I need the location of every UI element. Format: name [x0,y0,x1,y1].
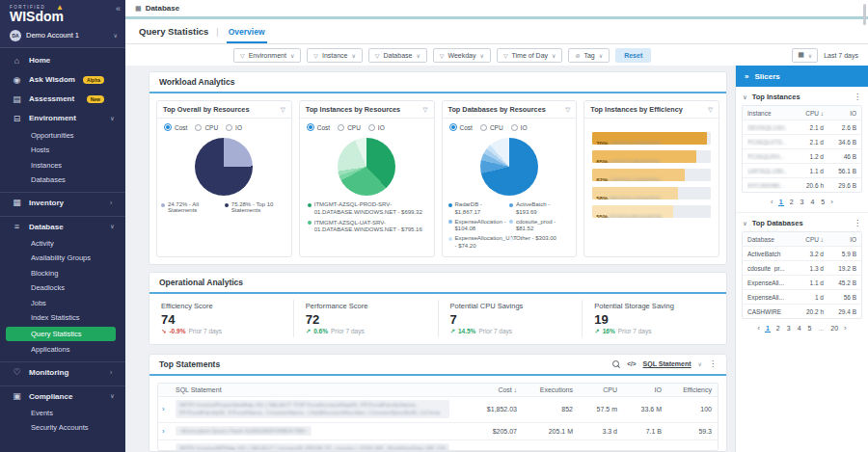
column-io[interactable]: IO [617,386,662,393]
sidebar-item-security-accounts[interactable]: Security Accounts [0,420,125,436]
filter-dropdown[interactable]: ⊘ Tag ∨ [568,48,610,63]
page-number[interactable]: 20 [829,325,839,332]
expand-row-icon[interactable]: › [162,427,176,436]
column-cpu[interactable]: CPU ↓ [787,236,824,243]
page-number[interactable]: 1 [765,325,771,332]
table-row[interactable]: CASHWIRE 20.2 h 29.4 B [743,305,861,318]
column-io[interactable]: IO [824,110,856,117]
filter-dropdown[interactable]: ▽ Database ∨ [368,48,427,63]
sidebar-item-blocking[interactable]: Blocking [0,266,125,281]
filter-icon[interactable]: ▽ [281,106,285,114]
table-row[interactable]: DEVSQL13O... 2.1 d 2.6 B [743,120,861,135]
statement-row[interactable]: › WITH InvoicePropertiesMap AS ( SELECT … [158,397,718,423]
resource-radio[interactable]: CPU [195,123,218,131]
pager-prev-icon[interactable]: ‹ [771,198,773,206]
page-number[interactable]: 3 [786,325,792,332]
column-efficiency[interactable]: Efficiency [662,386,712,393]
sidebar-item-deadlocks[interactable]: Deadlocks [0,280,125,296]
statement-view-dropdown[interactable]: SQL Statement [643,360,692,367]
resource-radio[interactable]: IO [511,123,528,131]
column-database[interactable]: Database [747,236,787,243]
column-io[interactable]: IO [824,236,856,243]
collapse-section-icon[interactable]: ∨ [743,220,747,227]
sidebar-item-inventory[interactable]: ▦ Inventory › [0,192,125,212]
filter-icon[interactable]: ▽ [565,106,570,114]
cpu-value: 1.2 d [787,153,824,160]
filter-dropdown[interactable]: ▽ Instance ∨ [307,48,363,63]
filter-icon[interactable]: ▽ [423,106,428,114]
sidebar-item-query-statistics[interactable]: Query Statistics [6,327,116,342]
date-range-picker[interactable]: ▦ ∨ [792,48,818,63]
filter-dropdown[interactable]: ▽ Environment ∨ [233,48,301,63]
resource-radio[interactable]: IO [226,123,242,131]
sidebar-item-assessment[interactable]: ▤ Assessment New [0,90,125,109]
reset-button[interactable]: Reset [615,48,651,63]
sidebar-item-activity[interactable]: Activity [0,236,125,252]
column-instance[interactable]: Instance [747,110,787,117]
page-number[interactable]: 2 [789,199,795,206]
sidebar-item-jobs[interactable]: Jobs [0,296,125,311]
column-cost[interactable]: Cost ↓ [457,386,517,393]
expand-row-icon[interactable]: › [162,405,176,413]
table-row[interactable]: PCISQLRH... 1.2 d 46 B [743,149,861,164]
column-sql[interactable]: SQL Statement [176,386,457,393]
resource-radio[interactable]: Cost [449,123,473,131]
expand-row-icon[interactable]: › [162,449,176,451]
table-row[interactable]: UATSQL15S... 1.1 d 56.1 B [743,164,861,178]
sidebar-item-compliance[interactable]: ▣ Compliance ∨ [0,386,125,406]
page-number[interactable]: 3 [800,199,805,206]
table-row[interactable]: NYCASHW... 20.6 h 29.6 B [743,178,861,192]
expand-panel-icon[interactable]: » [745,72,748,81]
search-icon[interactable] [612,360,620,368]
sidebar-item-instances[interactable]: Instances [0,158,125,173]
collapse-sidebar-icon[interactable]: « [116,4,121,13]
resource-radio[interactable]: CPU [480,123,503,131]
statement-row[interactable]: › <Encrypted Query Hash 0x8202E5F09B0A76… [158,423,718,441]
kebab-menu-icon[interactable]: ⋮ [709,359,717,368]
table-row[interactable]: ExpenseAll... 1.1 d 45.2 B [743,276,861,290]
sidebar-item-database[interactable]: ≡ Database ∨ [0,216,125,236]
sidebar-item-hosts[interactable]: Hosts [0,143,125,158]
sidebar-item-index-statistics[interactable]: Index Statistics [0,310,125,326]
column-executions[interactable]: Executions [517,386,573,393]
column-cpu[interactable]: CPU ↓ [787,110,824,117]
sidebar-item-monitoring[interactable]: ♡ Monitoring › [0,361,125,382]
sidebar-item-environment[interactable]: ⊟ Environment ∨ [0,109,125,128]
table-row[interactable]: ExpenseAll... 1 d 56 B [743,290,861,305]
kebab-menu-icon[interactable]: ⋮ [854,93,861,101]
filter-dropdown[interactable]: ▽ Weekday ∨ [433,48,491,63]
page-number[interactable]: 4 [797,325,802,332]
pager-next-icon[interactable]: › [844,324,847,332]
page-number[interactable]: 5 [807,325,813,332]
column-cpu[interactable]: CPU [573,386,617,393]
collapse-section-icon[interactable]: ∨ [743,93,747,101]
table-row[interactable]: cdosuite_pr... 1.3 d 19.2 B [743,261,861,276]
sidebar-item-applications[interactable]: Applications [0,342,125,358]
resource-radio[interactable]: IO [368,123,385,131]
filter-icon[interactable]: ▽ [708,106,713,114]
resource-radio[interactable]: Cost [307,123,330,131]
kebab-menu-icon[interactable]: ⋮ [854,219,861,227]
page-number[interactable]: 5 [820,199,826,206]
sidebar-item-availability-groups[interactable]: Availability Groups [0,251,125,266]
io-value: 2.6 B [824,124,856,131]
table-row[interactable]: PCISQL0TS... 2.1 d 34.6 B [743,135,861,149]
sidebar-item-databases[interactable]: Databases [0,173,125,188]
sidebar-item-ask-wisdom[interactable]: ◉ Ask Wisdom Alpha [0,70,125,90]
account-switcher[interactable]: DA Demo Account 1 ∨ [0,26,125,48]
page-number[interactable]: 1 [778,199,784,206]
pager-prev-icon[interactable]: ‹ [757,324,760,332]
page-number[interactable]: 4 [809,199,815,206]
table-row[interactable]: ActiveBatch 3.2 d 5.9 B [743,247,861,261]
resource-radio[interactable]: CPU [338,123,361,131]
sidebar-item-events[interactable]: Events [0,406,125,421]
resource-radio[interactable]: Cost [164,123,187,131]
sidebar-item-home[interactable]: ⌂ Home [0,51,125,70]
pager-next-icon[interactable]: › [830,198,833,206]
filter-dropdown[interactable]: ▽ Time of Day ∨ [497,48,563,63]
sidebar-item-opportunities[interactable]: Opportunities [0,128,125,144]
page-number[interactable]: 2 [775,325,781,332]
statement-row[interactable]: › WITH InvoiceWFMap AS ( SELECT I.Invoic… [158,440,718,451]
slicers-header[interactable]: » Slicers [736,66,868,87]
tab-overview[interactable]: Overview [227,19,267,43]
